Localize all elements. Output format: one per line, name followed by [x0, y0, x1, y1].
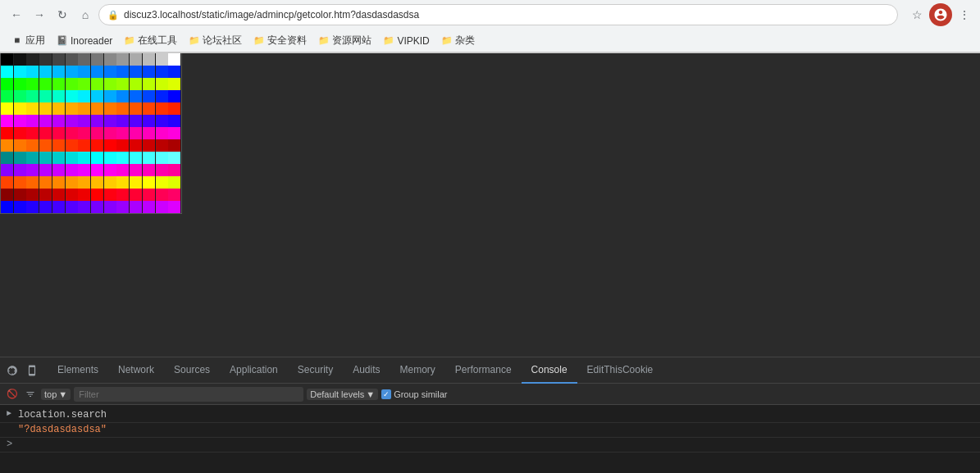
- color-cell[interactable]: [143, 201, 155, 213]
- color-cell[interactable]: [14, 139, 26, 152]
- context-selector[interactable]: top ▼: [41, 389, 71, 400]
- color-cell[interactable]: [143, 139, 155, 152]
- color-cell[interactable]: [168, 115, 180, 127]
- color-cell[interactable]: [39, 78, 52, 90]
- device-toolbar-icon[interactable]: [23, 362, 41, 380]
- color-cell[interactable]: [104, 102, 116, 115]
- color-cell[interactable]: [156, 90, 168, 102]
- profile-icon[interactable]: [929, 3, 952, 26]
- color-cell[interactable]: [91, 66, 103, 78]
- color-cell[interactable]: [52, 127, 65, 139]
- color-cell[interactable]: [91, 53, 103, 66]
- color-cell[interactable]: [52, 164, 65, 176]
- color-cell[interactable]: [91, 201, 103, 213]
- color-cell[interactable]: [130, 78, 142, 90]
- color-cell[interactable]: [39, 152, 52, 164]
- color-cell[interactable]: [156, 102, 168, 115]
- color-cell[interactable]: [130, 127, 142, 139]
- bookmark-resources[interactable]: 📁 资源网站: [313, 32, 376, 49]
- color-cell[interactable]: [143, 164, 155, 176]
- color-cell[interactable]: [130, 152, 142, 164]
- color-cell[interactable]: [156, 53, 168, 66]
- color-cell[interactable]: [143, 78, 155, 90]
- color-cell[interactable]: [91, 115, 103, 127]
- color-cell[interactable]: [14, 127, 26, 139]
- color-cell[interactable]: [143, 90, 155, 102]
- devtools-tab-memory[interactable]: Memory: [390, 357, 445, 384]
- color-cell[interactable]: [1, 66, 13, 78]
- devtools-tab-elements[interactable]: Elements: [48, 357, 108, 384]
- color-cell[interactable]: [39, 201, 52, 213]
- color-cell[interactable]: [78, 66, 90, 78]
- color-cell[interactable]: [91, 176, 103, 189]
- color-cell[interactable]: [130, 66, 142, 78]
- color-cell[interactable]: [168, 66, 180, 78]
- color-cell[interactable]: [52, 102, 65, 115]
- color-cell[interactable]: [78, 102, 90, 115]
- forward-button[interactable]: →: [30, 5, 49, 25]
- color-cell[interactable]: [104, 66, 116, 78]
- color-cell[interactable]: [52, 66, 65, 78]
- color-cell[interactable]: [78, 127, 90, 139]
- color-cell[interactable]: [39, 102, 52, 115]
- color-cell[interactable]: [168, 78, 180, 90]
- color-cell[interactable]: [116, 102, 129, 115]
- color-cell[interactable]: [1, 152, 13, 164]
- color-cell[interactable]: [104, 53, 116, 66]
- color-cell[interactable]: [1, 53, 13, 66]
- color-cell[interactable]: [78, 78, 90, 90]
- color-cell[interactable]: [26, 152, 39, 164]
- color-cell[interactable]: [130, 90, 142, 102]
- color-cell[interactable]: [52, 90, 65, 102]
- color-cell[interactable]: [14, 78, 26, 90]
- color-cell[interactable]: [39, 164, 52, 176]
- color-cell[interactable]: [91, 127, 103, 139]
- devtools-tab-security[interactable]: Security: [288, 357, 343, 384]
- color-cell[interactable]: [91, 152, 103, 164]
- group-similar-toggle[interactable]: ✓ Group similar: [381, 389, 447, 399]
- console-prompt-line[interactable]: >: [0, 438, 980, 453]
- color-cell[interactable]: [156, 152, 168, 164]
- color-cell[interactable]: [116, 127, 129, 139]
- color-cell[interactable]: [14, 66, 26, 78]
- color-cell[interactable]: [66, 53, 78, 66]
- color-cell[interactable]: [156, 201, 168, 213]
- color-cell[interactable]: [104, 127, 116, 139]
- address-bar[interactable]: 🔒 discuz3.localhost/static/image/admincp…: [98, 4, 898, 25]
- color-cell[interactable]: [78, 53, 90, 66]
- color-cell[interactable]: [26, 102, 39, 115]
- home-button[interactable]: ⌂: [75, 5, 95, 25]
- clear-console-icon[interactable]: 🚫: [5, 387, 20, 402]
- color-cell[interactable]: [52, 78, 65, 90]
- color-cell[interactable]: [26, 115, 39, 127]
- devtools-tab-editthiscookie[interactable]: EditThisCookie: [577, 357, 663, 384]
- color-cell[interactable]: [78, 189, 90, 201]
- color-cell[interactable]: [26, 201, 39, 213]
- color-cell[interactable]: [14, 53, 26, 66]
- color-cell[interactable]: [168, 189, 180, 201]
- color-cell[interactable]: [91, 102, 103, 115]
- color-cell[interactable]: [52, 152, 65, 164]
- color-cell[interactable]: [156, 127, 168, 139]
- color-cell[interactable]: [1, 78, 13, 90]
- color-cell[interactable]: [39, 189, 52, 201]
- color-cell[interactable]: [78, 115, 90, 127]
- color-cell[interactable]: [168, 201, 180, 213]
- color-cell[interactable]: [104, 115, 116, 127]
- color-cell[interactable]: [91, 139, 103, 152]
- color-cell[interactable]: [104, 152, 116, 164]
- color-cell[interactable]: [66, 176, 78, 189]
- color-cell[interactable]: [168, 53, 180, 66]
- color-cell[interactable]: [104, 78, 116, 90]
- bookmark-online-tools[interactable]: 📁 在线工具: [119, 32, 182, 49]
- color-cell[interactable]: [26, 53, 39, 66]
- color-cell[interactable]: [66, 139, 78, 152]
- color-cell[interactable]: [52, 189, 65, 201]
- color-cell[interactable]: [91, 164, 103, 176]
- color-cell[interactable]: [130, 201, 142, 213]
- color-cell[interactable]: [168, 152, 180, 164]
- color-cell[interactable]: [66, 90, 78, 102]
- inspect-element-icon[interactable]: [3, 362, 21, 380]
- color-cell[interactable]: [14, 189, 26, 201]
- color-cell[interactable]: [143, 176, 155, 189]
